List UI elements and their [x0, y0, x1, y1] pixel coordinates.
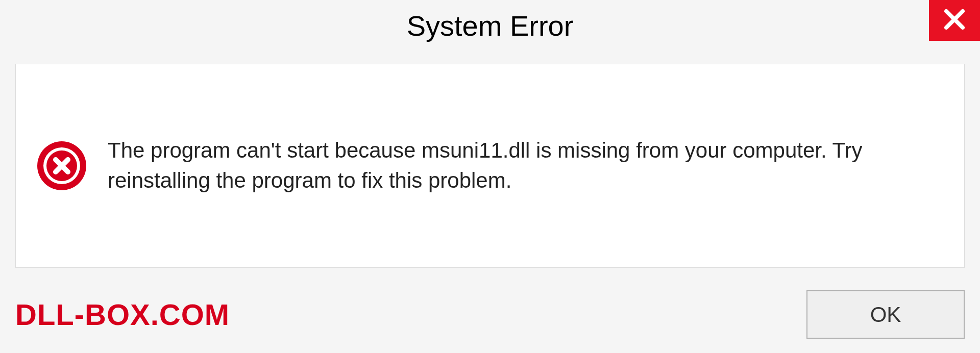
error-message: The program can't start because msuni11.…: [108, 136, 944, 196]
dialog-content: The program can't start because msuni11.…: [15, 64, 965, 268]
titlebar: System Error: [0, 0, 980, 51]
ok-button[interactable]: OK: [806, 290, 965, 339]
close-icon: [942, 7, 967, 34]
close-button[interactable]: [929, 0, 980, 41]
watermark-text: DLL-BOX.COM: [15, 297, 230, 332]
error-icon: [36, 140, 87, 191]
dialog-footer: DLL-BOX.COM OK: [15, 290, 965, 339]
dialog-title: System Error: [407, 9, 574, 42]
